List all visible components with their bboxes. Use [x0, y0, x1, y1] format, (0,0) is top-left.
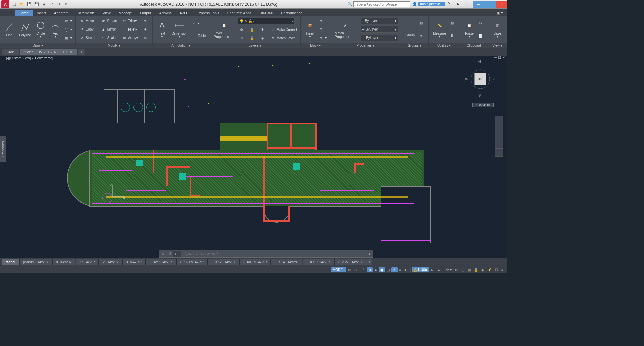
status-grid-icon[interactable]: ⊞ [346, 267, 353, 272]
tab-addins[interactable]: Add-ins [155, 10, 176, 16]
trim-button[interactable]: ✂Trim ▾ [120, 18, 139, 24]
tab-view[interactable]: View [99, 10, 115, 16]
layer-tool-icon[interactable]: ❄ [238, 27, 247, 33]
status-gear-icon[interactable]: ⚙ [429, 267, 435, 272]
drawing-area[interactable]: [-][Custom View][2D Wireframe] ─ ☐ ✕ Pro… [0, 56, 507, 258]
layout-tab-add[interactable]: + [366, 259, 372, 265]
tab-performance[interactable]: Performance [277, 10, 306, 16]
undo-icon[interactable]: ↶ [48, 1, 54, 7]
user-account[interactable]: mirko.jurcevic... [418, 2, 445, 6]
pan-icon[interactable] [495, 124, 503, 132]
panel-utilities-title[interactable]: Utilities ▾ [429, 43, 460, 48]
viewport-close-icon[interactable]: ✕ [502, 56, 505, 59]
layout-tab[interactable]: 3 914x297 [122, 259, 146, 265]
ellipse-icon[interactable]: ◯▾ [63, 26, 73, 32]
erase-icon[interactable]: ✎ [141, 18, 150, 24]
minimize-button[interactable]: ─ [473, 1, 484, 8]
status-monitor-icon[interactable]: ⊞ [453, 267, 460, 272]
stretch-button[interactable]: ⤢Stretch [78, 35, 98, 41]
layout-tab[interactable]: L_KK1 914x297 [176, 259, 208, 265]
create-block-icon[interactable]: ✎ [317, 18, 328, 24]
tab-home[interactable]: Home [15, 10, 33, 16]
cut-icon[interactable]: ✂ [477, 20, 486, 26]
match-properties-button[interactable]: 🖌Match Properties [332, 19, 359, 39]
autocad-logo-icon[interactable]: A [1, 0, 9, 8]
saveas-icon[interactable]: 💾 [34, 1, 40, 7]
edit-block-icon[interactable]: ✎ [317, 26, 328, 32]
viewport-min-icon[interactable]: ─ [494, 56, 497, 59]
viewcube-west[interactable]: W [465, 77, 468, 81]
tab-insert[interactable]: Insert [33, 10, 50, 16]
offset-icon[interactable]: ⊂ [141, 35, 150, 41]
status-quickprops-icon[interactable]: ▤ [466, 267, 472, 272]
insert-button[interactable]: 📦Insert [303, 20, 317, 39]
layout-tab[interactable]: 2 914x297 [99, 259, 122, 265]
quick-calc-icon[interactable]: 🖩 [448, 33, 458, 39]
layout-tab[interactable]: L_KK5 914x297 [303, 259, 334, 265]
showmotion-icon[interactable] [495, 149, 503, 157]
layer-combo[interactable]: 💡 ☀ 🔓 ▫ 0▾ [238, 18, 295, 24]
table-button[interactable]: ⊞Table [190, 33, 207, 39]
array-button[interactable]: ⊞Array ▾ [120, 35, 139, 41]
paste-button[interactable]: 📋Paste [462, 20, 477, 39]
layer-tool-icon[interactable]: ◉ [259, 35, 268, 41]
maximize-button[interactable]: ☐ [484, 1, 496, 8]
status-lock-icon[interactable]: 🔒 [472, 267, 480, 272]
layout-tab-model[interactable]: Model [2, 259, 19, 265]
status-hardware-icon[interactable]: ⚡ [486, 267, 493, 272]
tab-bim360[interactable]: BIM 360 [255, 10, 277, 16]
tab-annotate[interactable]: Annotate [50, 10, 73, 16]
layout-tab[interactable]: 1 914x297 [76, 259, 99, 265]
status-workspace-icon[interactable]: ⚙ ▾ [444, 267, 453, 272]
layer-tool-icon[interactable]: ☀ [238, 35, 247, 41]
status-polar-icon[interactable]: ⊕ [367, 267, 373, 272]
mirror-button[interactable]: ▲Mirror [100, 26, 118, 32]
status-lineweight-icon[interactable]: ≡ [398, 267, 403, 272]
tab-output[interactable]: Output [136, 10, 155, 16]
layer-tool-icon[interactable]: 🔓 [248, 35, 257, 41]
redo-icon[interactable]: ↷ [56, 1, 62, 7]
layout-tab[interactable]: L_sve 914x297 [146, 259, 176, 265]
arc-button[interactable]: Arc [48, 20, 63, 39]
tab-a360[interactable]: A360 [176, 10, 193, 16]
lineweight-combo[interactable]: ━ ByLayer▾ [361, 26, 398, 33]
measure-button[interactable]: 📏Measure [431, 20, 448, 39]
viewcube[interactable]: N E S W TOP [465, 60, 495, 100]
panel-draw-title[interactable]: Draw ▾ [0, 43, 75, 48]
status-model[interactable]: MODEL [331, 267, 346, 272]
save-icon[interactable]: 💾 [26, 1, 32, 7]
copy-button[interactable]: ⿻Copy [78, 26, 98, 32]
status-scale[interactable]: 🔒 1:100 ▾ [412, 267, 429, 272]
move-button[interactable]: ✥Move [78, 18, 98, 24]
panel-groups-title[interactable]: Groups ▾ [400, 43, 428, 48]
copy-clip-icon[interactable]: 📄 [477, 33, 486, 39]
exchange-icon[interactable]: ✕ [448, 1, 454, 7]
edit-attr-icon[interactable]: ✎▾ [317, 35, 328, 41]
status-osnap-icon[interactable]: ▣ [379, 267, 385, 272]
file-tab-start[interactable]: Start [2, 49, 19, 55]
ungroup-icon[interactable]: ⊟ [417, 20, 426, 26]
command-input[interactable] [181, 251, 367, 256]
linetype-combo[interactable]: ─ ByLayer▾ [361, 35, 398, 41]
layer-tool-icon[interactable]: 🔒 [248, 27, 257, 33]
dimension-button[interactable]: Dimension [169, 20, 190, 39]
view-label[interactable]: [-][Custom View][2D Wireframe] [6, 56, 53, 60]
scale-button[interactable]: ⤡Scale [100, 35, 118, 41]
panel-modify-title[interactable]: Modify ▾ [76, 43, 152, 48]
cmdline-handle-icon[interactable]: ⠿ [166, 252, 173, 256]
match-layer-button[interactable]: ≋Match Layer [269, 35, 297, 41]
cmdline-close-icon[interactable]: ✕ [159, 252, 166, 256]
leader-icon[interactable]: ↙▾ [190, 20, 207, 26]
explode-icon[interactable]: ✦ [141, 26, 150, 32]
full-nav-wheel-icon[interactable] [495, 116, 503, 124]
status-isodraft-icon[interactable]: ◈ [373, 267, 379, 272]
panel-clipboard-title[interactable]: Clipboard [460, 43, 488, 48]
color-combo[interactable]: ▫ ByLayer▾ [361, 18, 398, 24]
qat-dropdown-icon[interactable]: ▾ [63, 1, 69, 7]
group-edit-icon[interactable]: ✎ [417, 33, 426, 39]
help-search-input[interactable] [353, 1, 410, 7]
viewcube-north[interactable]: N [478, 60, 481, 64]
file-tab-add[interactable]: + [78, 49, 85, 55]
select-all-icon[interactable]: ⊡ [448, 20, 458, 26]
layout-tab[interactable]: podrum 914x297 [19, 259, 52, 265]
